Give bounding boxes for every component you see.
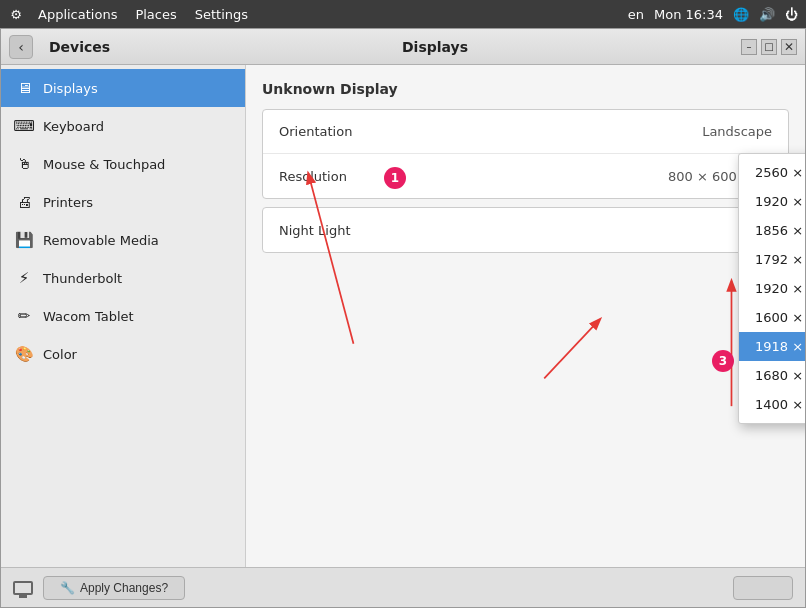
dropdown-item-7[interactable]: 1680 × 1050 (16:10) [739, 361, 805, 390]
color-icon: 🎨 [15, 345, 33, 363]
sidebar-label-mouse: Mouse & Touchpad [43, 157, 165, 172]
settings-window: ‹ Devices Displays – □ ✕ 🖥 Displays ⌨ Ke… [0, 28, 806, 608]
screen-icon [13, 581, 33, 595]
top-menubar: ⚙ Applications Places Settings en Mon 16… [0, 0, 806, 28]
locale-indicator: en [628, 7, 644, 22]
top-bar-right: en Mon 16:34 🌐 🔊 ⏻ [628, 7, 798, 22]
svg-line-1 [308, 174, 353, 344]
badge-3: 3 [712, 350, 734, 372]
dropdown-item-6[interactable]: 1918 × 929 [739, 332, 805, 361]
keyboard-icon: ⌨ [15, 117, 33, 135]
dropdown-item-4[interactable]: 1920 × 1200 (16:10) [739, 274, 805, 303]
dropdown-item-0[interactable]: 2560 × 1600 (16:10) [739, 158, 805, 187]
sidebar-label-thunderbolt: Thunderbolt [43, 271, 122, 286]
sidebar-item-displays[interactable]: 🖥 Displays [1, 69, 245, 107]
back-button[interactable]: ‹ [9, 35, 33, 59]
orientation-resolution-box: Orientation Landscape Resolution 800 × 6… [262, 109, 789, 199]
dropdown-item-5[interactable]: 1600 × 1200 (4:3) [739, 303, 805, 332]
sidebar-label-keyboard: Keyboard [43, 119, 104, 134]
sidebar-label-wacom: Wacom Tablet [43, 309, 134, 324]
night-light-row: Night Light Off [263, 208, 788, 252]
sidebar-item-removable[interactable]: 💾 Removable Media [1, 221, 245, 259]
sidebar-item-wacom[interactable]: ✏ Wacom Tablet [1, 297, 245, 335]
page-title: Displays [229, 39, 641, 55]
settings-menu[interactable]: Settings [187, 5, 256, 24]
bottom-bar: 🔧 Apply Changes? [1, 567, 805, 607]
wrench-icon: 🔧 [60, 581, 74, 595]
apply-changes-button[interactable]: 🔧 Apply Changes? [43, 576, 185, 600]
window-controls: – □ ✕ [741, 39, 797, 55]
resolution-row: Resolution 800 × 600 (4:3) [263, 154, 788, 198]
night-light-box: Night Light Off [262, 207, 789, 253]
places-menu[interactable]: Places [127, 5, 184, 24]
section-title: Devices [49, 39, 229, 55]
orientation-label: Orientation [279, 124, 439, 139]
orientation-value: Landscape [439, 124, 772, 139]
bottom-right-button[interactable] [733, 576, 793, 600]
volume-icon[interactable]: 🔊 [759, 7, 775, 22]
minimize-button[interactable]: – [741, 39, 757, 55]
night-light-label: Night Light [279, 223, 439, 238]
thunderbolt-icon: ⚡ [15, 269, 33, 287]
sidebar: 🖥 Displays ⌨ Keyboard 🖱 Mouse & Touchpad… [1, 65, 246, 567]
applications-menu[interactable]: Applications [30, 5, 125, 24]
clock: Mon 16:34 [654, 7, 723, 22]
night-light-value: Off [439, 223, 772, 238]
sidebar-label-color: Color [43, 347, 77, 362]
resolution-dropdown[interactable]: 2560 × 1600 (16:10)1920 × 1440 (4:3)1856… [738, 153, 805, 424]
dropdown-item-8[interactable]: 1400 × 1050 (4:3) [739, 390, 805, 419]
network-icon[interactable]: 🌐 [733, 7, 749, 22]
apply-label: Apply Changes? [80, 581, 168, 595]
wacom-icon: ✏ [15, 307, 33, 325]
maximize-button[interactable]: □ [761, 39, 777, 55]
sidebar-item-color[interactable]: 🎨 Color [1, 335, 245, 373]
top-bar-left: ⚙ Applications Places Settings [8, 5, 256, 24]
dropdown-item-2[interactable]: 1856 × 1392 (4:3) [739, 216, 805, 245]
mouse-icon: 🖱 [15, 155, 33, 173]
orientation-row: Orientation Landscape [263, 110, 788, 154]
sidebar-label-removable: Removable Media [43, 233, 159, 248]
close-button[interactable]: ✕ [781, 39, 797, 55]
sidebar-item-thunderbolt[interactable]: ⚡ Thunderbolt [1, 259, 245, 297]
main-panel: Unknown Display Orientation Landscape Re… [246, 65, 805, 567]
resolution-label: Resolution [279, 169, 439, 184]
sidebar-item-printers[interactable]: 🖨 Printers [1, 183, 245, 221]
svg-line-3 [544, 319, 599, 378]
display-title: Unknown Display [262, 81, 789, 97]
app-icon: ⚙ [8, 6, 24, 22]
removable-icon: 💾 [15, 231, 33, 249]
power-icon[interactable]: ⏻ [785, 7, 798, 22]
resolution-value: 800 × 600 (4:3) [439, 169, 772, 184]
sidebar-item-mouse[interactable]: 🖱 Mouse & Touchpad [1, 145, 245, 183]
sidebar-label-printers: Printers [43, 195, 93, 210]
window-content: 🖥 Displays ⌨ Keyboard 🖱 Mouse & Touchpad… [1, 65, 805, 567]
window-header: ‹ Devices Displays – □ ✕ [1, 29, 805, 65]
sidebar-label-displays: Displays [43, 81, 98, 96]
dropdown-item-3[interactable]: 1792 × 1344 (4:3) [739, 245, 805, 274]
sidebar-item-keyboard[interactable]: ⌨ Keyboard [1, 107, 245, 145]
printers-icon: 🖨 [15, 193, 33, 211]
dropdown-item-1[interactable]: 1920 × 1440 (4:3) [739, 187, 805, 216]
displays-icon: 🖥 [15, 79, 33, 97]
